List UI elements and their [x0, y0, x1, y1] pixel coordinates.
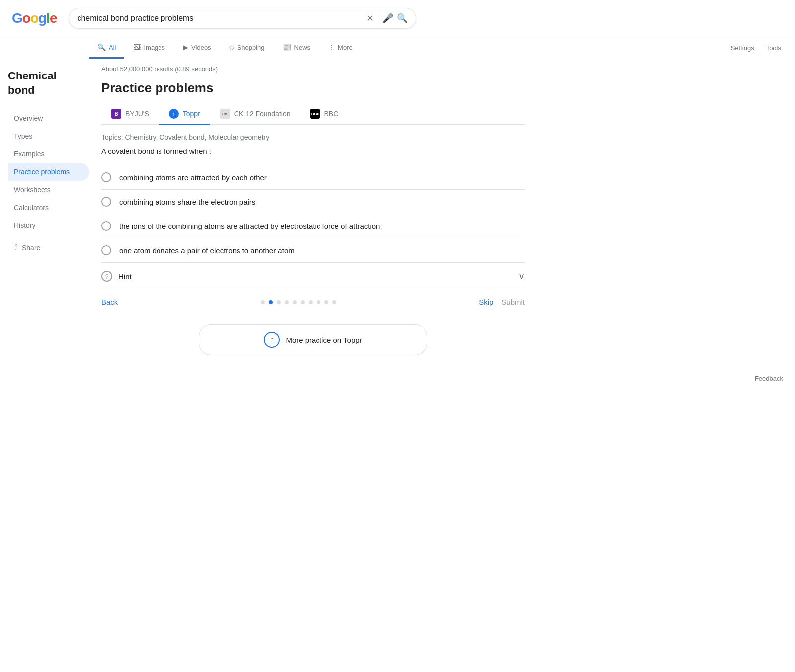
tab-all-label: All	[109, 44, 116, 51]
sidebar-item-worksheets[interactable]: Worksheets	[8, 181, 89, 199]
divider	[378, 12, 378, 24]
dot-2	[277, 300, 281, 304]
more-icon: ⋮	[328, 43, 335, 51]
ck12-logo: CK	[220, 109, 230, 119]
images-icon: 🖼	[134, 43, 141, 51]
dot-1	[269, 300, 273, 304]
more-practice-section: ↑ More practice on Toppr	[101, 324, 525, 355]
clear-icon[interactable]: ✕	[366, 13, 374, 24]
source-tab-byjus[interactable]: B BYJU'S	[101, 104, 159, 125]
sidebar-item-overview[interactable]: Overview	[8, 109, 89, 127]
tab-videos-label: Videos	[191, 44, 211, 51]
content: About 52,000,000 results (0.89 seconds) …	[89, 59, 537, 367]
option-4-text: one atom donates a pair of electrons to …	[119, 246, 295, 255]
option-2[interactable]: combining atoms share the electron pairs	[101, 189, 525, 214]
tab-more[interactable]: ⋮ More	[320, 37, 361, 59]
option-4[interactable]: one atom donates a pair of electrons to …	[101, 238, 525, 262]
back-button[interactable]: Back	[101, 298, 118, 306]
sidebar-item-types[interactable]: Types	[8, 127, 89, 145]
source-tab-ck12[interactable]: CK CK-12 Foundation	[210, 104, 301, 125]
radio-3[interactable]	[101, 221, 111, 231]
hint-chevron-icon: ∨	[518, 271, 525, 282]
source-tab-toppr[interactable]: ↑ Toppr	[159, 104, 210, 125]
toppr-logo: ↑	[169, 109, 179, 119]
dot-3	[285, 300, 289, 304]
dot-8	[324, 300, 328, 304]
tab-videos[interactable]: ▶ Videos	[175, 37, 219, 59]
section-title: Practice problems	[101, 80, 525, 96]
all-icon: 🔍	[97, 43, 106, 51]
radio-1[interactable]	[101, 172, 111, 182]
source-tab-bbc-label: BBC	[324, 110, 338, 118]
share-label: Share	[22, 244, 40, 252]
question: A covalent bond is formed when :	[101, 147, 525, 155]
mic-icon[interactable]: 🎤	[382, 13, 393, 24]
submit-button[interactable]: Submit	[501, 298, 525, 306]
sidebar-item-history[interactable]: History	[8, 217, 89, 234]
logo-e: e	[50, 10, 57, 26]
shopping-icon: ◇	[229, 43, 235, 51]
option-1[interactable]: combining atoms are attracted by each ot…	[101, 165, 525, 189]
options-container: combining atoms are attracted by each ot…	[101, 165, 525, 262]
search-input[interactable]	[77, 14, 362, 23]
dot-5	[301, 300, 305, 304]
share-icon: ⤴	[14, 243, 18, 252]
radio-4[interactable]	[101, 245, 111, 255]
skip-button[interactable]: Skip	[479, 298, 493, 306]
logo-G: G	[12, 10, 22, 26]
logo-o1: o	[22, 10, 30, 26]
more-practice-button[interactable]: ↑ More practice on Toppr	[199, 324, 427, 355]
tab-shopping[interactable]: ◇ Shopping	[221, 37, 273, 59]
header: Google ✕ 🎤 🔍	[0, 0, 795, 37]
sidebar-item-examples[interactable]: Examples	[8, 145, 89, 163]
toppr-arrow-icon: ↑	[264, 332, 280, 348]
share-button[interactable]: ⤴ Share	[8, 238, 81, 257]
source-tab-bbc[interactable]: BBC BBC	[300, 104, 348, 125]
source-tab-byjus-label: BYJU'S	[125, 110, 149, 118]
tab-images-label: Images	[144, 44, 165, 51]
pagination-dots	[118, 300, 479, 304]
sidebar-item-calculators[interactable]: Calculators	[8, 199, 89, 217]
hint-label: Hint	[118, 272, 512, 281]
settings-link[interactable]: Settings	[729, 38, 756, 58]
dot-6	[309, 300, 313, 304]
option-1-text: combining atoms are attracted by each ot…	[119, 173, 267, 182]
tab-shopping-label: Shopping	[238, 44, 265, 51]
tab-news-label: News	[294, 44, 311, 51]
results-count: About 52,000,000 results (0.89 seconds)	[101, 65, 525, 73]
more-practice-label: More practice on Toppr	[286, 336, 362, 344]
bbc-logo: BBC	[310, 109, 320, 119]
main-layout: Chemical bond Overview Types Examples Pr…	[0, 59, 795, 367]
source-tab-ck12-label: CK-12 Foundation	[234, 110, 291, 118]
dot-9	[332, 300, 336, 304]
byjus-logo: B	[111, 109, 121, 119]
logo-g: g	[38, 10, 46, 26]
option-3[interactable]: the ions of the combining atoms are attr…	[101, 214, 525, 238]
search-button[interactable]: 🔍	[397, 13, 408, 24]
tab-all[interactable]: 🔍 All	[89, 37, 124, 59]
dot-4	[293, 300, 297, 304]
sidebar-item-practice[interactable]: Practice problems	[8, 163, 89, 181]
sidebar: Chemical bond Overview Types Examples Pr…	[0, 59, 89, 367]
radio-2[interactable]	[101, 197, 111, 207]
tab-news[interactable]: 📰 News	[275, 37, 318, 59]
logo-o2: o	[30, 10, 38, 26]
option-3-text: the ions of the combining atoms are attr…	[119, 222, 380, 230]
dot-7	[317, 300, 320, 304]
hint-icon: ?	[101, 271, 112, 282]
sidebar-title: Chemical bond	[8, 69, 81, 97]
feedback-bar: Feedback	[0, 367, 795, 386]
nav-bar: Back Skip Submit	[101, 290, 525, 314]
nav-settings: Settings Tools	[729, 38, 783, 58]
videos-icon: ▶	[183, 43, 188, 51]
tools-link[interactable]: Tools	[764, 38, 783, 58]
tab-more-label: More	[338, 44, 353, 51]
feedback-link[interactable]: Feedback	[755, 375, 783, 382]
logo-l: l	[46, 10, 50, 26]
tab-images[interactable]: 🖼 Images	[126, 37, 173, 59]
news-icon: 📰	[283, 43, 291, 51]
hint-row[interactable]: ? Hint ∨	[101, 262, 525, 290]
option-2-text: combining atoms share the electron pairs	[119, 198, 255, 206]
nav-tabs: 🔍 All 🖼 Images ▶ Videos ◇ Shopping 📰 New…	[0, 37, 795, 59]
source-tabs: B BYJU'S ↑ Toppr CK CK-12 Foundation BBC…	[101, 104, 525, 125]
